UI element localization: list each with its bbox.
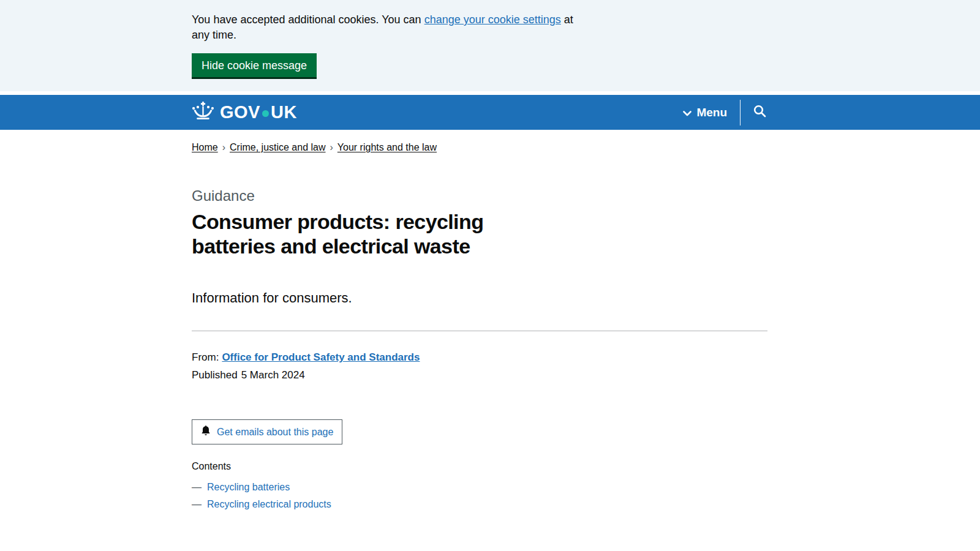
- cookie-message: You have accepted additional cookies. Yo…: [192, 12, 584, 43]
- contents-item: —Recycling batteries: [192, 479, 767, 496]
- contents-section: Contents —Recycling batteries —Recycling…: [192, 460, 767, 513]
- menu-label: Menu: [696, 106, 727, 119]
- menu-button[interactable]: Menu: [683, 106, 727, 119]
- chevron-down-icon: [683, 106, 692, 119]
- logo-uk: UK: [271, 102, 297, 122]
- contents-dash: —: [192, 479, 207, 496]
- page-title: Consumer products: recycling batteries a…: [192, 209, 547, 258]
- page-caption: Guidance: [192, 187, 767, 205]
- bell-icon: [201, 425, 211, 439]
- breadcrumb-crime-justice-law[interactable]: Crime, justice and law: [230, 142, 326, 152]
- breadcrumb-separator: ›: [330, 142, 333, 152]
- main-content: Guidance Consumer products: recycling ba…: [192, 187, 767, 551]
- search-button[interactable]: [753, 105, 767, 120]
- contents-dash: —: [192, 496, 207, 513]
- lead-paragraph: Information for consumers.: [192, 289, 767, 307]
- logo-dot: [262, 110, 269, 117]
- search-icon: [753, 105, 766, 120]
- cookie-message-start: You have accepted additional cookies. Yo…: [192, 13, 424, 26]
- govuk-logo-link[interactable]: GOVUK: [192, 102, 297, 123]
- header-divider: [740, 100, 741, 126]
- get-emails-link[interactable]: Get emails about this page: [217, 427, 333, 438]
- breadcrumb-separator: ›: [222, 142, 225, 152]
- cookie-banner: You have accepted additional cookies. Yo…: [0, 0, 980, 91]
- metadata-published: Published5 March 2024: [192, 367, 767, 383]
- published-label: Published: [192, 369, 238, 381]
- contents-item: —Recycling electrical products: [192, 496, 767, 513]
- breadcrumb-home[interactable]: Home: [192, 142, 218, 152]
- govuk-header: GOVUK Menu: [0, 95, 980, 130]
- crown-icon: [192, 102, 214, 123]
- breadcrumb: Home›Crime, justice and law›Your rights …: [192, 130, 767, 153]
- cookie-settings-link[interactable]: change your cookie settings: [424, 13, 561, 26]
- published-date: 5 March 2024: [241, 369, 305, 381]
- hide-cookie-button[interactable]: Hide cookie message: [192, 53, 317, 77]
- contents-link-recycling-batteries[interactable]: Recycling batteries: [207, 479, 290, 496]
- section-divider: [192, 331, 767, 331]
- logo-gov: GOV: [220, 102, 260, 122]
- contents-link-recycling-electrical-products[interactable]: Recycling electrical products: [207, 496, 331, 513]
- breadcrumb-your-rights[interactable]: Your rights and the law: [337, 142, 437, 152]
- logo-text: GOVUK: [220, 102, 297, 122]
- from-label: From:: [192, 351, 219, 363]
- get-emails-button[interactable]: Get emails about this page: [192, 419, 342, 444]
- metadata-from: From:Office for Product Safety and Stand…: [192, 350, 767, 365]
- from-organisation-link[interactable]: Office for Product Safety and Standards: [222, 351, 420, 363]
- contents-heading: Contents: [192, 460, 767, 473]
